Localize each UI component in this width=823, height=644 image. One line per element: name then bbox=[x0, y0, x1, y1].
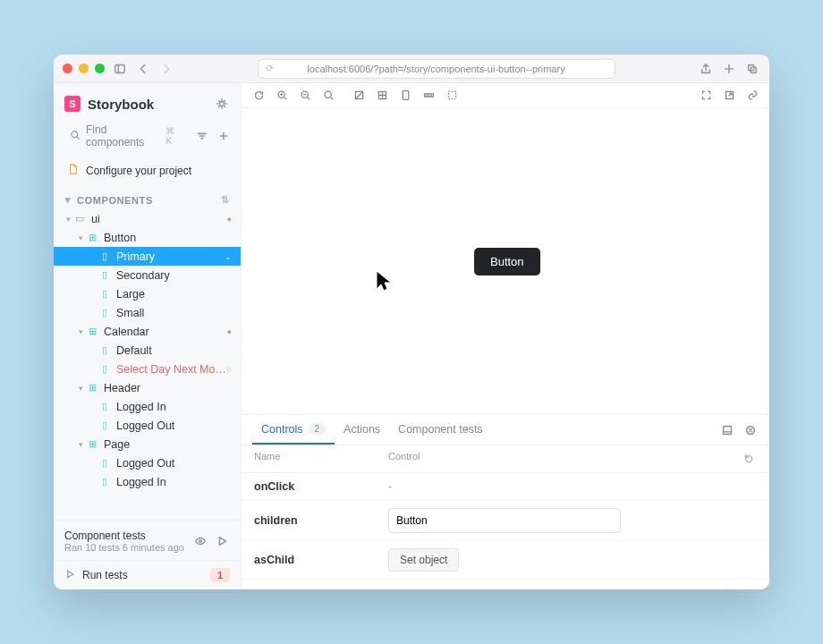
tabs-overview-icon[interactable] bbox=[744, 61, 760, 77]
storybook-sidebar: S Storybook Find components ⌘ K Configur… bbox=[54, 83, 242, 589]
explorer-tree: ▾▭ui● ▾⊞Button ▯Primary⌄ ▯Secondary ▯Lar… bbox=[54, 209, 241, 496]
minimize-window-button[interactable] bbox=[79, 64, 89, 73]
tree-story-page-logged-out[interactable]: ▯Logged Out bbox=[54, 453, 241, 472]
open-new-tab-icon[interactable] bbox=[721, 88, 737, 104]
story-icon: ▯ bbox=[98, 401, 111, 412]
control-row-aschild: asChild Set object bbox=[242, 541, 769, 580]
onclick-value: - bbox=[388, 480, 757, 493]
story-icon: ▯ bbox=[98, 363, 111, 375]
story-icon: ▯ bbox=[98, 250, 111, 262]
background-icon[interactable] bbox=[351, 88, 367, 104]
nav-forward-icon[interactable] bbox=[158, 61, 174, 77]
zoom-in-icon[interactable] bbox=[274, 88, 290, 104]
play-icon[interactable] bbox=[214, 533, 230, 549]
story-icon: ▯ bbox=[98, 344, 111, 356]
url-text: localhost:6006/?path=/story/components-u… bbox=[307, 64, 564, 74]
tree-component-calendar[interactable]: ▾⊞Calendar● bbox=[54, 322, 241, 341]
svg-rect-15 bbox=[724, 426, 732, 434]
svg-point-5 bbox=[199, 540, 202, 543]
component-icon: ⊞ bbox=[86, 438, 98, 450]
component-icon: ⊞ bbox=[86, 382, 98, 394]
children-input[interactable] bbox=[388, 508, 621, 533]
component-icon: ⊞ bbox=[86, 232, 98, 243]
chevron-down-icon: ▾ bbox=[64, 194, 72, 206]
traffic-lights bbox=[63, 64, 105, 73]
tree-component-button[interactable]: ▾⊞Button bbox=[54, 228, 241, 247]
components-section-header[interactable]: ▾ COMPONENTS ⇅ bbox=[54, 191, 241, 209]
brand-row: S Storybook bbox=[54, 83, 241, 124]
story-icon: ▯ bbox=[98, 269, 111, 281]
nav-back-icon[interactable] bbox=[135, 61, 151, 77]
tree-story-page-logged-in[interactable]: ▯Logged In bbox=[54, 472, 241, 491]
measure-icon[interactable] bbox=[420, 88, 437, 104]
tree-story-button-small[interactable]: ▯Small bbox=[54, 303, 241, 322]
failing-count-badge: 1 bbox=[210, 568, 230, 582]
zoom-reset-icon[interactable] bbox=[320, 88, 336, 104]
safari-window: ⟳ localhost:6006/?path=/story/components… bbox=[54, 55, 769, 589]
zoom-out-icon[interactable] bbox=[297, 88, 313, 104]
url-bar[interactable]: ⟳ localhost:6006/?path=/story/components… bbox=[258, 59, 615, 79]
preview-button[interactable]: Button bbox=[474, 248, 540, 275]
addons-panel: Controls2 Actions Component tests Name C… bbox=[242, 414, 769, 589]
tree-story-button-large[interactable]: ▯Large bbox=[54, 284, 241, 303]
viewport-icon[interactable] bbox=[397, 88, 413, 104]
tab-actions[interactable]: Actions bbox=[335, 415, 389, 445]
component-tests-title: Component tests bbox=[64, 530, 184, 542]
outline-icon[interactable] bbox=[444, 88, 460, 104]
sidebar-toggle-icon[interactable] bbox=[112, 61, 128, 77]
component-icon: ⊞ bbox=[86, 326, 98, 337]
tree-component-header[interactable]: ▾⊞Header bbox=[54, 378, 241, 397]
reset-controls-icon[interactable] bbox=[741, 451, 757, 467]
tree-story-calendar-default[interactable]: ▯Default bbox=[54, 341, 241, 360]
tree-story-header-logged-in[interactable]: ▯Logged In bbox=[54, 397, 241, 416]
run-tests-button[interactable]: Run tests 1 bbox=[54, 560, 241, 589]
controls-header-name: Name bbox=[254, 451, 388, 467]
search-input[interactable]: Find components ⌘ K bbox=[63, 124, 189, 148]
svg-point-3 bbox=[219, 101, 224, 106]
theme-toggle-icon[interactable] bbox=[214, 96, 230, 112]
share-icon[interactable] bbox=[698, 61, 714, 77]
close-window-button[interactable] bbox=[63, 64, 72, 73]
new-tab-icon[interactable] bbox=[721, 61, 737, 77]
copy-link-icon[interactable] bbox=[744, 88, 760, 104]
search-shortcut: ⌘ K bbox=[165, 126, 182, 146]
tree-story-header-logged-out[interactable]: ▯Logged Out bbox=[54, 416, 241, 435]
set-object-button[interactable]: Set object bbox=[388, 548, 459, 572]
add-icon[interactable] bbox=[216, 128, 232, 144]
panel-close-icon[interactable] bbox=[742, 422, 759, 438]
watch-icon[interactable] bbox=[192, 533, 208, 549]
grid-icon[interactable] bbox=[374, 88, 390, 104]
preview-canvas: Button bbox=[242, 108, 769, 414]
component-tests-block: Component tests Ran 10 tests 6 minutes a… bbox=[54, 521, 241, 560]
tree-component-page[interactable]: ▾⊞Page bbox=[54, 435, 241, 453]
story-icon: ▯ bbox=[98, 457, 111, 469]
tree-folder-ui[interactable]: ▾▭ui● bbox=[54, 209, 241, 228]
browser-title-bar: ⟳ localhost:6006/?path=/story/components… bbox=[54, 55, 769, 83]
control-row-onclick: onClick - bbox=[242, 473, 769, 501]
fullscreen-icon[interactable] bbox=[698, 88, 714, 104]
svg-point-8 bbox=[325, 91, 331, 97]
search-placeholder: Find components bbox=[86, 123, 160, 148]
controls-header-control: Control bbox=[388, 451, 741, 467]
brand-name: Storybook bbox=[88, 97, 154, 112]
story-icon: ▯ bbox=[98, 476, 111, 487]
tab-component-tests[interactable]: Component tests bbox=[389, 415, 492, 445]
panel-position-icon[interactable] bbox=[719, 422, 735, 438]
svg-rect-0 bbox=[115, 64, 125, 72]
tab-controls[interactable]: Controls2 bbox=[252, 415, 335, 445]
remount-icon[interactable] bbox=[250, 88, 267, 104]
tree-story-calendar-select-day[interactable]: ▯Select Day Next Month○ bbox=[54, 360, 241, 378]
controls-header-row: Name Control bbox=[242, 445, 769, 473]
svg-rect-11 bbox=[403, 91, 409, 100]
control-row-children: children bbox=[242, 501, 769, 541]
filter-icon[interactable] bbox=[194, 128, 210, 144]
play-icon bbox=[64, 569, 75, 582]
configure-project-link[interactable]: Configure your project bbox=[54, 157, 241, 191]
preview-toolbar bbox=[242, 83, 769, 108]
maximize-window-button[interactable] bbox=[95, 64, 105, 73]
component-tests-meta: Ran 10 tests 6 minutes ago bbox=[64, 542, 184, 553]
tree-story-button-secondary[interactable]: ▯Secondary bbox=[54, 266, 241, 284]
collapse-icon[interactable]: ⇅ bbox=[221, 194, 230, 206]
svg-rect-13 bbox=[448, 91, 455, 98]
tree-story-button-primary[interactable]: ▯Primary⌄ bbox=[54, 247, 241, 266]
